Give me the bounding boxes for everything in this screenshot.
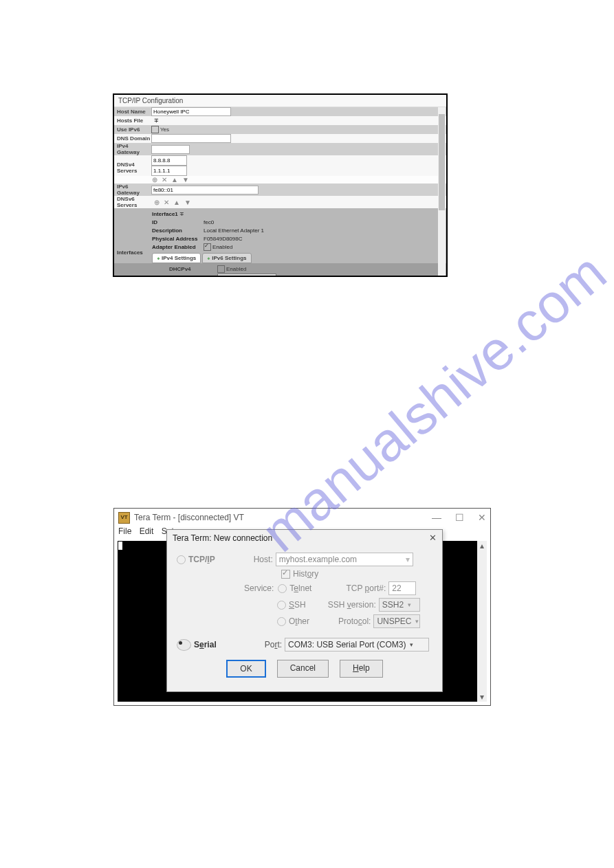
- iface-desc-label: Description: [152, 227, 204, 234]
- dns-domain-label: DNS Domain: [114, 135, 151, 142]
- cancel-button[interactable]: Cancel: [277, 660, 329, 678]
- menu-file[interactable]: File: [118, 526, 131, 536]
- window-title: TCP/IP Configuration: [114, 95, 446, 107]
- tcp-port-label: TCP port#:: [346, 583, 386, 593]
- iface-id-value: fec0: [204, 219, 214, 225]
- iface-phys-label: Physical Address: [152, 236, 204, 242]
- dnsv6-servers-label: DNSv6 Servers: [114, 196, 151, 208]
- ipv6-gateway-label: IPv6 Gateway: [114, 183, 151, 196]
- interface-header: Interface1: [152, 211, 178, 217]
- use-ipv6-yes-text: Yes: [160, 126, 169, 133]
- dhcp-checkbox[interactable]: [217, 265, 225, 273]
- teraterm-app-icon: VT: [118, 512, 130, 524]
- history-label: History: [293, 569, 318, 579]
- protocol-label: Protocol:: [338, 616, 371, 626]
- hosts-file-label: Hosts File: [114, 118, 151, 124]
- dns-domain-input[interactable]: [151, 134, 231, 143]
- add-icon-2[interactable]: ⊕: [154, 199, 160, 206]
- protocol-select[interactable]: UNSPEC▾: [373, 614, 420, 628]
- dialog-close-icon[interactable]: ✕: [429, 533, 437, 543]
- iface-phys-value: F05849D8098C: [204, 236, 242, 242]
- scrollbar-thumb[interactable]: [439, 114, 445, 210]
- telnet-label: Telnet: [289, 583, 311, 593]
- interface-collapse-icon[interactable]: ∓: [179, 211, 184, 217]
- tab-ipv4-settings[interactable]: ⬥IPv4 Settings: [152, 253, 201, 263]
- host-name-input[interactable]: [151, 107, 231, 116]
- ipv4-tab-icon: ⬥: [157, 255, 160, 261]
- window-title-text: Tera Term - [disconnected] VT: [134, 513, 244, 522]
- up-icon[interactable]: ▲: [171, 176, 178, 183]
- iface-adapter-label: Adapter Enabled: [152, 244, 204, 250]
- dnsv4-servers-label: DNSv4 Servers: [114, 157, 151, 174]
- terminal-cursor: [118, 542, 122, 550]
- service-label: Service:: [244, 583, 274, 593]
- other-radio[interactable]: [277, 617, 286, 626]
- add-icon[interactable]: ⊕: [152, 176, 157, 183]
- teraterm-window: VT Tera Term - [disconnected] VT — ☐ ✕ F…: [113, 508, 491, 706]
- host-combo[interactable]: myhost.example.com▾: [276, 553, 413, 566]
- down-icon[interactable]: ▼: [182, 176, 189, 183]
- interfaces-section-label: Interfaces: [117, 249, 143, 256]
- scroll-down-icon[interactable]: ▾: [477, 692, 487, 702]
- ok-button[interactable]: OK: [226, 660, 265, 678]
- history-checkbox[interactable]: [281, 570, 290, 579]
- ipv4-addr-label: IPv4 Address: [169, 276, 217, 277]
- titlebar: VT Tera Term - [disconnected] VT — ☐ ✕: [114, 509, 490, 526]
- dhcp-value: Enabled: [226, 266, 246, 272]
- hosts-file-expand-icon[interactable]: ∓: [151, 118, 159, 124]
- ssh-version-label: SSH version:: [328, 600, 376, 610]
- dhcp-label: DHCPv4: [169, 266, 217, 272]
- close-icon[interactable]: ✕: [478, 512, 486, 523]
- minimize-icon[interactable]: —: [432, 512, 441, 523]
- dialog-title: Tera Term: New connection: [173, 533, 272, 543]
- port-select[interactable]: COM3: USB Serial Port (COM3)▾: [285, 638, 429, 652]
- dnsv4-input-2[interactable]: [151, 166, 187, 176]
- host-name-label: Host Name: [114, 109, 151, 115]
- ssh-radio[interactable]: [277, 601, 286, 610]
- port-label: Port:: [265, 640, 282, 649]
- ipv6-tab-icon: ⬥: [207, 255, 210, 261]
- scrollbar[interactable]: [438, 107, 446, 276]
- delete-icon[interactable]: ✕: [162, 176, 167, 183]
- ipv4-addr-input[interactable]: [217, 274, 276, 277]
- terminal-scrollbar[interactable]: ▴ ▾: [477, 541, 487, 702]
- help-button[interactable]: Help: [340, 660, 383, 678]
- tab-ipv6-settings[interactable]: ⬥IPv6 Settings: [202, 253, 251, 263]
- use-ipv6-label: Use IPv6: [114, 126, 151, 133]
- new-connection-dialog: Tera Term: New connection ✕ TCP/IP Host:…: [166, 529, 443, 692]
- down-icon-2[interactable]: ▼: [184, 199, 191, 206]
- adapter-enabled-checkbox[interactable]: [204, 243, 211, 251]
- up-icon-2[interactable]: ▲: [173, 199, 180, 206]
- tcpip-config-window: TCP/IP Configuration Host Name Hosts Fil…: [113, 93, 448, 277]
- host-label: Host:: [254, 555, 273, 564]
- dnsv4-input-1[interactable]: [151, 155, 187, 166]
- iface-id-label: ID: [152, 219, 204, 225]
- ssh-version-select[interactable]: SSH2▾: [379, 598, 420, 612]
- ipv4-gateway-label: IPv4 Gateway: [114, 143, 151, 155]
- ipv4-gateway-input[interactable]: [151, 145, 190, 154]
- other-label: Other: [289, 616, 309, 626]
- menu-edit[interactable]: Edit: [140, 526, 154, 536]
- scroll-up-icon[interactable]: ▴: [477, 541, 487, 550]
- ssh-label: SSH: [289, 600, 306, 610]
- iface-desc-value: Local Ethernet Adapter 1: [204, 227, 264, 234]
- ipv6-gateway-input[interactable]: [151, 186, 259, 194]
- tcpip-radio[interactable]: [177, 555, 186, 564]
- telnet-radio[interactable]: [278, 584, 287, 593]
- serial-radio[interactable]: [177, 639, 191, 651]
- use-ipv6-checkbox[interactable]: [151, 126, 159, 133]
- delete-icon-2[interactable]: ✕: [164, 199, 169, 206]
- iface-adapter-value: Enabled: [212, 244, 232, 250]
- tcp-port-input[interactable]: 22: [388, 581, 416, 595]
- maximize-icon[interactable]: ☐: [455, 512, 464, 523]
